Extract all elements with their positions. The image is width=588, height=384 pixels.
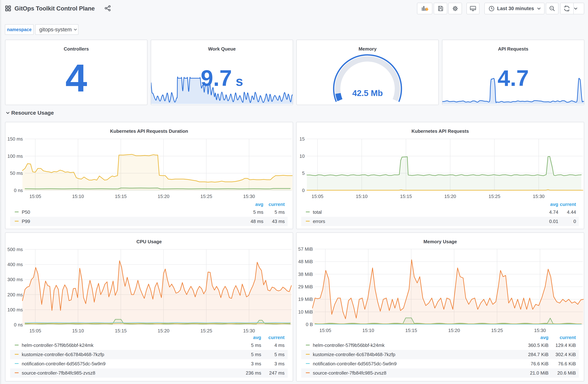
svg-text:0 B: 0 B xyxy=(306,322,313,327)
svg-text:0: 0 xyxy=(302,188,305,193)
svg-text:15:30: 15:30 xyxy=(243,194,255,199)
svg-text:19 MiB: 19 MiB xyxy=(298,297,313,302)
svg-text:15:30: 15:30 xyxy=(533,194,545,199)
svg-text:15:10: 15:10 xyxy=(72,328,84,333)
svg-text:29 MiB: 29 MiB xyxy=(298,284,313,289)
svg-text:15:05: 15:05 xyxy=(312,194,323,199)
svg-text:5: 5 xyxy=(302,171,305,176)
svg-text:15:15: 15:15 xyxy=(115,328,127,333)
svg-text:50 ms: 50 ms xyxy=(10,171,23,176)
svg-text:15:25: 15:25 xyxy=(200,194,212,199)
svg-text:150 ms: 150 ms xyxy=(7,136,23,142)
svg-text:500 ms: 500 ms xyxy=(7,247,23,252)
svg-text:15:25: 15:25 xyxy=(488,194,500,199)
svg-text:57 MiB: 57 MiB xyxy=(298,246,313,252)
svg-text:15:05: 15:05 xyxy=(319,328,331,333)
svg-text:15:30: 15:30 xyxy=(534,328,546,333)
svg-text:15:05: 15:05 xyxy=(29,328,41,333)
svg-text:15:10: 15:10 xyxy=(72,194,84,199)
svg-text:15:05: 15:05 xyxy=(29,194,41,199)
svg-text:15:20: 15:20 xyxy=(158,328,169,333)
svg-text:15:20: 15:20 xyxy=(158,194,169,199)
svg-text:48 MiB: 48 MiB xyxy=(298,259,313,264)
svg-text:10: 10 xyxy=(299,153,305,159)
svg-text:15:15: 15:15 xyxy=(115,194,127,199)
svg-text:100 ms: 100 ms xyxy=(7,153,23,159)
svg-text:300 ms: 300 ms xyxy=(7,277,23,282)
svg-text:15:25: 15:25 xyxy=(491,328,503,333)
svg-text:15:10: 15:10 xyxy=(356,194,368,199)
svg-text:38 MiB: 38 MiB xyxy=(298,272,313,277)
svg-text:15:10: 15:10 xyxy=(362,328,374,333)
svg-text:15: 15 xyxy=(299,136,305,142)
svg-text:0 ns: 0 ns xyxy=(14,322,23,327)
svg-text:15:25: 15:25 xyxy=(200,328,212,333)
svg-text:15:20: 15:20 xyxy=(448,328,460,333)
svg-text:400 ms: 400 ms xyxy=(7,262,23,267)
svg-text:15:15: 15:15 xyxy=(405,328,417,333)
svg-text:15:30: 15:30 xyxy=(243,328,255,333)
svg-text:15:20: 15:20 xyxy=(444,194,456,199)
svg-text:100 ms: 100 ms xyxy=(7,307,23,312)
svg-text:15:15: 15:15 xyxy=(400,194,412,199)
svg-text:10 MiB: 10 MiB xyxy=(298,309,313,315)
svg-text:0 ns: 0 ns xyxy=(14,188,23,193)
svg-text:200 ms: 200 ms xyxy=(7,292,23,298)
